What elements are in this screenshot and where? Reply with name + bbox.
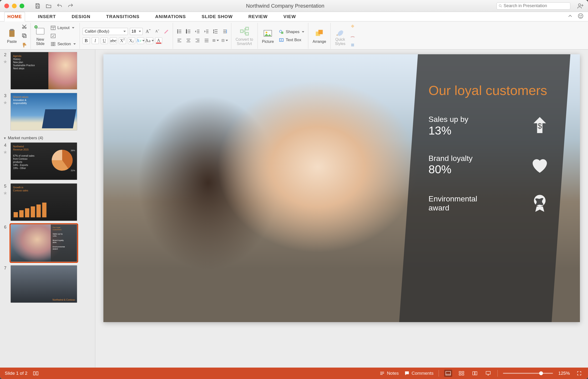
search-field[interactable] [496, 2, 570, 10]
thumbnail-4[interactable]: 4★ NorthwindRevenue 201567% of overall s… [2, 142, 92, 180]
zoom-slider[interactable] [503, 373, 553, 374]
align-text-button[interactable] [221, 37, 228, 44]
reset-slide-button[interactable] [49, 33, 77, 39]
fit-to-window-button[interactable] [575, 370, 583, 377]
save-icon[interactable] [34, 3, 41, 9]
paste-button[interactable]: Paste [5, 27, 18, 45]
window-zoom-button[interactable] [19, 4, 24, 8]
svg-point-6 [581, 15, 582, 16]
spellcheck-icon[interactable] [33, 371, 39, 376]
zoom-slider-thumb[interactable] [539, 371, 543, 375]
comments-button[interactable]: Comments [404, 370, 434, 376]
bullets-button[interactable] [176, 28, 183, 35]
shape-fill-button[interactable] [349, 23, 356, 30]
svg-rect-12 [22, 34, 25, 37]
star-icon: ★ [3, 100, 7, 106]
open-icon[interactable] [45, 3, 52, 9]
thumbnail-6[interactable]: 6 Our loyalcustomersSales up by13%Brand … [2, 224, 92, 262]
clear-formatting-button[interactable] [163, 28, 170, 35]
align-center-button[interactable] [185, 37, 192, 44]
justify-button[interactable] [203, 37, 210, 44]
arrange-button[interactable]: Arrange [311, 27, 327, 45]
svg-point-21 [177, 30, 178, 30]
copy-icon[interactable] [21, 32, 28, 39]
search-input[interactable] [504, 3, 568, 8]
font-size-combo[interactable]: 18 [130, 28, 143, 35]
slide-panel[interactable]: 2★ AgendaHistoryNew planSustainable Prac… [0, 49, 95, 368]
line-spacing-button[interactable] [212, 28, 219, 35]
svg-rect-8 [10, 29, 14, 31]
convert-smartart-label: Convert to SmartArt [236, 37, 253, 46]
shape-effects-button[interactable] [349, 42, 356, 48]
group-font: Calibri (Body) 18 Aˆ Aˇ B I U abc X2 X2 [80, 23, 173, 49]
collapse-ribbon-icon[interactable] [567, 13, 573, 19]
thumbnail-5[interactable]: 5★ Growth inContoso sales [2, 183, 92, 221]
subscript-button[interactable]: X2 [128, 37, 135, 44]
quick-styles-button[interactable]: Quick Styles [334, 25, 347, 47]
tab-animations[interactable]: ANIMATIONS [152, 12, 189, 21]
notes-button[interactable]: Notes [379, 370, 399, 376]
thumbnail-7[interactable]: 7 Northwind & Contoso [2, 265, 92, 303]
svg-rect-36 [281, 32, 283, 34]
emoji-icon[interactable] [577, 13, 584, 19]
italic-button[interactable]: I [92, 37, 99, 44]
thumbnail-3[interactable]: 3★ Shared valuesInnovation &responsibili… [2, 93, 92, 130]
svg-rect-44 [446, 371, 451, 375]
svg-rect-45 [459, 371, 461, 373]
section-button[interactable]: Section [49, 41, 77, 47]
bold-button[interactable]: B [83, 37, 90, 44]
normal-view-button[interactable] [444, 370, 452, 377]
superscript-button[interactable]: X2 [119, 37, 126, 44]
columns-button[interactable] [212, 37, 219, 44]
shrink-font-button[interactable]: Aˇ [154, 28, 161, 35]
tab-home[interactable]: HOME [4, 12, 25, 21]
slide-canvas[interactable]: Our loyal customers Sales up by 13% $ Br… [103, 54, 580, 322]
tab-design[interactable]: DESIGN [69, 12, 93, 21]
section-header[interactable]: Market numbers (4) [2, 134, 92, 142]
convert-smartart-button[interactable]: Convert to SmartArt [234, 25, 255, 47]
picture-button[interactable]: Picture [261, 27, 276, 45]
slide-canvas-area[interactable]: Our loyal customers Sales up by 13% $ Br… [95, 49, 588, 368]
tab-review[interactable]: REVIEW [246, 12, 271, 21]
strikethrough-button[interactable]: abc [110, 37, 117, 44]
redo-icon[interactable] [67, 3, 74, 9]
group-clipboard: Paste [2, 23, 31, 49]
format-painter-icon[interactable] [21, 42, 28, 48]
font-name-combo[interactable]: Calibri (Body) [83, 28, 128, 35]
undo-icon[interactable] [56, 3, 63, 9]
group-format: Quick Styles [331, 23, 359, 49]
align-left-button[interactable] [176, 37, 183, 44]
tab-slideshow[interactable]: SLIDE SHOW [199, 12, 235, 21]
align-right-button[interactable] [194, 37, 201, 44]
share-icon[interactable] [577, 3, 584, 9]
shape-outline-button[interactable] [349, 32, 356, 39]
reading-view-button[interactable] [471, 370, 479, 377]
layout-button[interactable]: Layout [49, 25, 77, 31]
cut-icon[interactable] [21, 23, 28, 30]
text-box-button[interactable]: A Text Box [278, 37, 305, 43]
increase-indent-button[interactable] [203, 28, 210, 35]
text-direction-button[interactable] [221, 28, 228, 35]
underline-button[interactable]: U [101, 37, 108, 44]
text-effects-button[interactable]: AV [137, 37, 144, 44]
shapes-button[interactable]: Shapes [278, 29, 305, 35]
picture-label: Picture [262, 40, 274, 44]
font-color-button[interactable]: A [155, 37, 162, 44]
tab-transitions[interactable]: TRANSITIONS [103, 12, 143, 21]
thumbnail-2[interactable]: 2★ AgendaHistoryNew planSustainable Prac… [2, 52, 92, 90]
slideshow-view-button[interactable] [484, 370, 492, 377]
tab-insert[interactable]: INSERT [35, 12, 59, 21]
slide-sorter-button[interactable] [457, 370, 466, 377]
window-close-button[interactable] [4, 4, 9, 8]
new-slide-button[interactable]: New Slide [33, 25, 47, 47]
grow-font-button[interactable]: Aˆ [145, 28, 152, 35]
numbering-button[interactable]: 123 [185, 28, 192, 35]
status-bar: Slide 1 of 2 Notes Comments 125% [0, 368, 588, 379]
window-minimize-button[interactable] [12, 4, 17, 8]
group-paragraph: 123 [173, 23, 231, 49]
decrease-indent-button[interactable] [194, 28, 201, 35]
change-case-button[interactable]: Aa [146, 37, 153, 44]
group-arrange: Arrange [308, 23, 331, 49]
tab-view[interactable]: VIEW [281, 12, 299, 21]
section-label: Section [57, 42, 71, 47]
